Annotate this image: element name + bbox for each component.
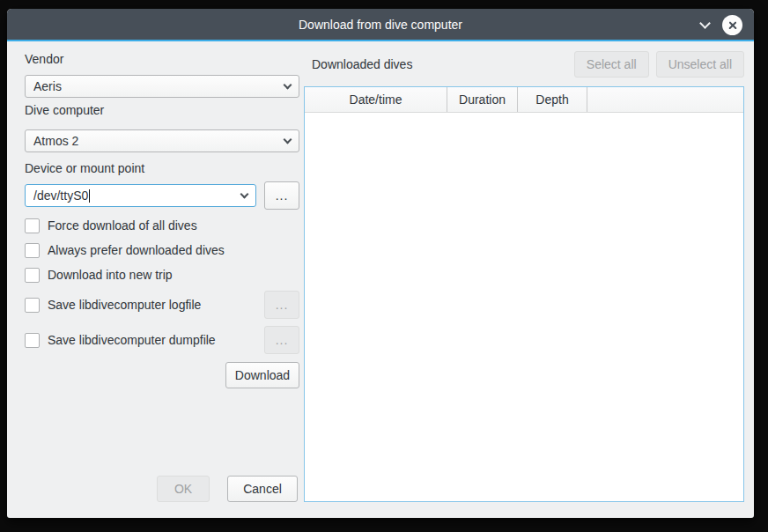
logfile-browse-button[interactable]: ... xyxy=(264,291,299,319)
dumpfile-label-group: Save libdivecomputer dumpfile xyxy=(25,333,216,348)
chevron-down-icon xyxy=(284,135,292,144)
downloaded-dives-header: Downloaded dives Select all Unselect all xyxy=(304,51,744,78)
device-row: /dev/ttyS0 ... xyxy=(25,181,299,210)
vendor-label: Vendor xyxy=(25,52,299,67)
logfile-label: Save libdivecomputer logfile xyxy=(48,298,201,312)
download-row: Download xyxy=(25,362,299,388)
window-title: Download from dive computer xyxy=(299,18,462,32)
column-header-duration[interactable]: Duration xyxy=(447,87,518,112)
prefer-downloaded-checkbox[interactable] xyxy=(25,243,40,258)
dumpfile-label: Save libdivecomputer dumpfile xyxy=(48,333,216,347)
device-browse-button[interactable]: ... xyxy=(264,181,299,210)
new-trip-row: Download into new trip xyxy=(25,267,299,283)
cancel-button[interactable]: Cancel xyxy=(227,476,298,502)
shade-chevron-down-icon[interactable] xyxy=(699,18,711,29)
dumpfile-row: Save libdivecomputer dumpfile ... xyxy=(25,326,299,354)
downloaded-dives-title: Downloaded dives xyxy=(304,57,574,71)
device-input-value: /dev/ttyS0 xyxy=(33,188,241,203)
dialog-content: Vendor Aeris Dive computer Atmos 2 Devic… xyxy=(7,43,754,518)
titlebar[interactable]: Download from dive computer xyxy=(7,9,754,41)
device-input[interactable]: /dev/ttyS0 xyxy=(25,184,256,207)
chevron-down-icon xyxy=(284,80,292,89)
new-trip-checkbox[interactable] xyxy=(25,268,40,283)
vendor-selected-value: Aeris xyxy=(33,79,284,93)
dives-table-header: Date/time Duration Depth xyxy=(305,87,743,113)
text-caret xyxy=(89,189,90,203)
unselect-all-button[interactable]: Unselect all xyxy=(656,51,744,78)
dumpfile-browse-button[interactable]: ... xyxy=(264,326,299,354)
dive-computer-label: Dive computer xyxy=(25,103,299,118)
close-icon[interactable] xyxy=(722,15,742,35)
download-dialog-window: Download from dive computer Vendor Aeris… xyxy=(7,9,754,518)
force-download-row: Force download of all dives xyxy=(25,218,299,233)
logfile-checkbox[interactable] xyxy=(25,298,40,313)
chevron-down-icon xyxy=(240,189,249,198)
new-trip-label: Download into new trip xyxy=(48,268,173,282)
column-header-datetime[interactable]: Date/time xyxy=(305,87,447,112)
dives-table[interactable]: Date/time Duration Depth xyxy=(304,86,744,502)
logfile-label-group: Save libdivecomputer logfile xyxy=(25,298,201,313)
dive-computer-selected-value: Atmos 2 xyxy=(33,134,284,148)
dive-computer-dropdown[interactable]: Atmos 2 xyxy=(25,129,299,152)
settings-panel: Vendor Aeris Dive computer Atmos 2 Devic… xyxy=(25,52,299,518)
device-label: Device or mount point xyxy=(25,161,299,176)
logfile-row: Save libdivecomputer logfile ... xyxy=(25,291,299,319)
force-download-checkbox[interactable] xyxy=(25,218,40,233)
column-header-extra[interactable] xyxy=(587,87,743,112)
download-button[interactable]: Download xyxy=(225,362,299,388)
column-header-depth[interactable]: Depth xyxy=(518,87,587,112)
prefer-downloaded-label: Always prefer downloaded dives xyxy=(48,243,225,257)
vendor-dropdown[interactable]: Aeris xyxy=(25,75,299,98)
dives-table-body[interactable] xyxy=(305,113,743,501)
prefer-downloaded-row: Always prefer downloaded dives xyxy=(25,242,299,258)
dialog-buttons: OK Cancel xyxy=(157,476,298,502)
downloaded-dives-panel: Downloaded dives Select all Unselect all… xyxy=(304,51,744,502)
dumpfile-checkbox[interactable] xyxy=(25,333,40,348)
titlebar-actions xyxy=(701,9,742,41)
force-download-label: Force download of all dives xyxy=(48,218,197,233)
select-all-button[interactable]: Select all xyxy=(574,51,649,78)
ok-button[interactable]: OK xyxy=(157,476,210,502)
